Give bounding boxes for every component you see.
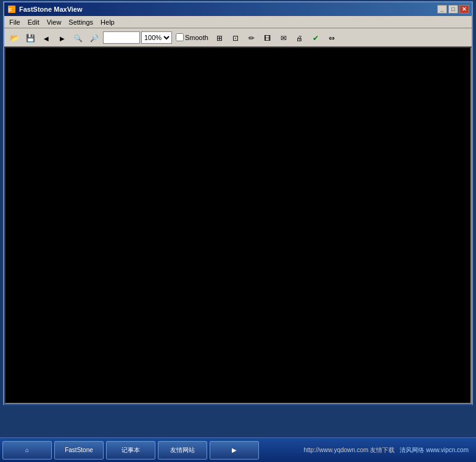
check-icon: [313, 33, 319, 43]
save-button[interactable]: [23, 31, 38, 44]
save-icon: [26, 33, 35, 43]
titlebar: F FastStone MaxView _ □ ✕: [4, 2, 472, 16]
taskbar-btn-5[interactable]: ▶: [210, 441, 259, 460]
email-button[interactable]: [276, 31, 291, 44]
app-icon: F: [7, 4, 17, 14]
taskbar-btn1-label: ⌂: [25, 447, 29, 453]
taskbar-btn-3[interactable]: 记事本: [106, 441, 155, 460]
close-button[interactable]: ✕: [459, 5, 469, 14]
taskbar-brand: 清风网络 www.vipcn.com: [400, 446, 469, 455]
taskbar-btn2-label: FastStone: [65, 447, 93, 453]
taskbar-btn4-label: 友情网站: [170, 446, 195, 455]
edit-icon: [248, 33, 255, 43]
zoomin-icon: [74, 33, 83, 43]
taskbar-btn5-label: ▶: [232, 447, 237, 453]
crop-icon: [232, 33, 239, 43]
menu-settings[interactable]: Settings: [65, 17, 97, 27]
smooth-option: Smooth: [176, 33, 208, 41]
taskbar-url: http://www.yqdown.com 友情下载: [303, 446, 395, 455]
taskbar-btn-2[interactable]: FastStone: [54, 441, 104, 460]
taskbar-btn3-label: 记事本: [121, 446, 140, 455]
zoom-select[interactable]: 100% 50% 200% Fit: [141, 31, 172, 44]
image-canvas: [4, 47, 472, 404]
menu-view[interactable]: View: [43, 17, 65, 27]
smooth-label[interactable]: Smooth: [185, 34, 208, 41]
taskbar: ⌂ FastStone 记事本 友情网站 ▶ http://www.yqdown…: [0, 437, 476, 462]
zoomout-button[interactable]: [87, 31, 102, 44]
window-controls: _ □ ✕: [437, 5, 469, 14]
maximize-button[interactable]: □: [448, 5, 458, 14]
menu-edit[interactable]: Edit: [24, 17, 43, 27]
prev-button[interactable]: [39, 31, 54, 44]
print-button[interactable]: [292, 31, 307, 44]
zoomin-button[interactable]: [71, 31, 86, 44]
toolbar: 100% 50% 200% Fit Smooth: [4, 28, 472, 47]
wallpaper-button[interactable]: [308, 31, 323, 44]
open-button[interactable]: [7, 31, 22, 44]
zoomout-icon: [90, 33, 99, 43]
menubar: File Edit View Settings Help: [4, 16, 472, 28]
smooth-checkbox[interactable]: [176, 33, 184, 41]
main-window: F FastStone MaxView _ □ ✕ File Edit View…: [3, 1, 473, 405]
minimize-button[interactable]: _: [437, 5, 447, 14]
email-icon: [281, 33, 287, 43]
menu-help[interactable]: Help: [97, 17, 118, 27]
menu-file[interactable]: File: [6, 17, 24, 27]
resize-button[interactable]: [324, 31, 339, 44]
titlebar-left: F FastStone MaxView: [7, 4, 83, 14]
next-icon: [60, 33, 65, 43]
taskbar-btn-4[interactable]: 友情网站: [158, 441, 207, 460]
window-title: FastStone MaxView: [19, 6, 83, 13]
prev-icon: [44, 33, 49, 43]
open-icon: [10, 33, 19, 43]
film-icon: [264, 33, 271, 43]
thumbnail-button[interactable]: [212, 31, 227, 44]
film-button[interactable]: [260, 31, 275, 44]
next-button[interactable]: [55, 31, 70, 44]
zoom-input[interactable]: [103, 31, 140, 44]
edit-button[interactable]: [244, 31, 259, 44]
resize-icon: [329, 33, 335, 43]
crop-button[interactable]: [228, 31, 243, 44]
print-icon: [296, 33, 303, 43]
taskbar-btn-1[interactable]: ⌂: [2, 441, 52, 460]
svg-text:F: F: [9, 7, 12, 13]
thumbnail-icon: [216, 33, 223, 43]
